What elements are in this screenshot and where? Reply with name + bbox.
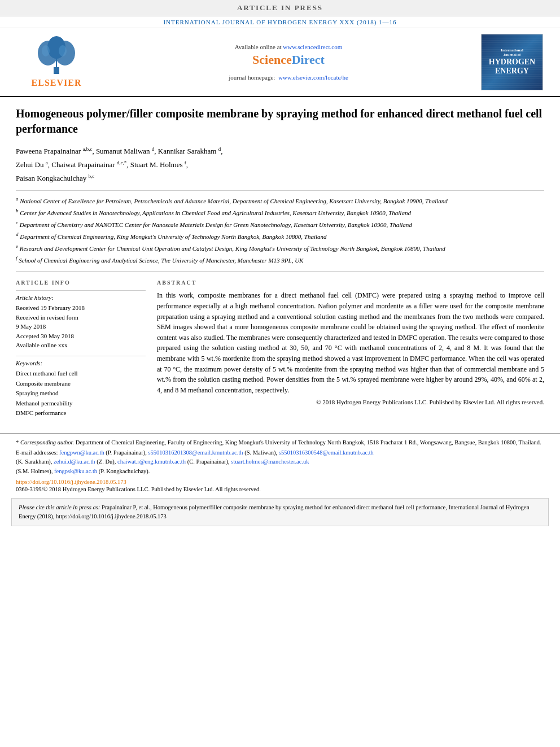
keywords-title: Keywords: bbox=[16, 360, 146, 366]
keyword-1: Direct methanol fuel cell bbox=[16, 369, 146, 379]
aff-f-sup: f bbox=[16, 255, 18, 261]
elsevier-wordmark: ELSEVIER bbox=[32, 78, 82, 88]
author-3-sup: d bbox=[218, 146, 221, 152]
svg-rect-0 bbox=[54, 67, 59, 74]
header-center: Available online at www.sciencedirect.co… bbox=[102, 34, 475, 90]
sciencedirect-url[interactable]: www.sciencedirect.com bbox=[283, 43, 342, 50]
aff-b-sup: b bbox=[16, 208, 19, 213]
affiliation-a: a National Center of Excellence for Petr… bbox=[16, 195, 544, 206]
aff-d-sup: d bbox=[16, 231, 19, 237]
email-3[interactable]: s55010316300548@email.kmutnb.ac.th bbox=[279, 449, 374, 456]
author-4-sup: a bbox=[46, 160, 48, 165]
elsevier-logo: ELSEVIER bbox=[31, 36, 82, 88]
keyword-2: Composite membrane bbox=[16, 379, 146, 389]
doi-link[interactable]: https://doi.org/10.1016/j.ijhydene.2018.… bbox=[16, 479, 126, 485]
email-1[interactable]: fengpwn@ku.ac.th bbox=[59, 449, 104, 456]
article-info-column: ARTICLE INFO Article history: Received 1… bbox=[16, 279, 146, 418]
aff-a-sup: a bbox=[16, 196, 19, 202]
cover-title: International Journal of HYDROGEN ENERGY bbox=[489, 48, 535, 76]
article-history-title: Article history: bbox=[16, 294, 146, 301]
abstract-heading: ABSTRACT bbox=[157, 279, 544, 286]
cover-hydrogen: HYDROGEN bbox=[489, 58, 535, 67]
author-3: Kannikar Sarakham d bbox=[158, 147, 221, 155]
author-6: Stuart M. Holmes f bbox=[130, 160, 186, 169]
available-online-text: Available online at www.sciencedirect.co… bbox=[235, 43, 343, 50]
journal-homepage-url[interactable]: www.elsevier.com/locate/he bbox=[278, 74, 348, 81]
author-7-sup: b,c bbox=[89, 173, 95, 178]
sciencedirect-logo: ScienceDirect bbox=[252, 53, 325, 67]
main-content: Homogeneous polymer/filler composite mem… bbox=[0, 97, 560, 427]
cite-box-text: Please cite this article in press as: Pr… bbox=[19, 503, 541, 521]
accepted-date: Accepted 30 May 2018 bbox=[16, 331, 146, 341]
svg-point-6 bbox=[59, 45, 67, 56]
article-in-press-banner: ARTICLE IN PRESS bbox=[0, 0, 560, 16]
journal-cover-image: International Journal of HYDROGEN ENERGY bbox=[481, 34, 543, 90]
elsevier-tree-icon bbox=[31, 36, 82, 76]
cover-energy: ENERGY bbox=[489, 67, 535, 76]
keywords-block: Keywords: Direct methanol fuel cell Comp… bbox=[16, 356, 146, 418]
keyword-5: DMFC performance bbox=[16, 408, 146, 418]
two-col-section: ARTICLE INFO Article history: Received 1… bbox=[16, 279, 544, 418]
cover-of: Journal of bbox=[489, 53, 535, 57]
cite-box: Please cite this article in press as: Pr… bbox=[11, 498, 549, 526]
email-line: E-mail addresses: fengpwn@ku.ac.th (P. P… bbox=[16, 448, 544, 477]
article-history-block: Article history: Received 19 February 20… bbox=[16, 290, 146, 350]
article-info-heading: ARTICLE INFO bbox=[16, 279, 146, 286]
author-5: Chaiwat Prapainainar d,e,* bbox=[51, 160, 126, 169]
author-7: Paisan Kongkachuichay b,c bbox=[16, 174, 94, 182]
keyword-3: Spraying method bbox=[16, 388, 146, 399]
email-label: E-mail addresses: bbox=[16, 449, 59, 456]
email-2[interactable]: s55010316201308@email.kmutnb.ac.th bbox=[148, 449, 243, 456]
author-2: Sumanut Maliwan d bbox=[96, 147, 154, 155]
email-4[interactable]: zehui.d@ku.ac.th bbox=[54, 458, 95, 465]
journal-title-bar: INTERNATIONAL JOURNAL OF HYDROGEN ENERGY… bbox=[0, 16, 560, 28]
issn-line: 0360-3199/© 2018 Hydrogen Energy Publica… bbox=[16, 486, 544, 492]
cover-international: International bbox=[489, 48, 535, 53]
svg-point-5 bbox=[42, 45, 50, 56]
header-right: International Journal of HYDROGEN ENERGY bbox=[475, 34, 549, 90]
author-1: Paweena Prapainainar a,b,c bbox=[16, 147, 92, 155]
copyright-line: © 2018 Hydrogen Energy Publications LLC.… bbox=[157, 399, 544, 405]
authors-line: Paweena Prapainainar a,b,c, Sumanut Mali… bbox=[16, 145, 544, 185]
author-5-sup: d,e,* bbox=[117, 160, 127, 165]
corresponding-address: Department of Chemical Engineering, Facu… bbox=[76, 439, 541, 445]
received-revised-label: Received in revised form bbox=[16, 313, 146, 322]
affiliation-c: c Department of Chemistry and NANOTEC Ce… bbox=[16, 219, 544, 229]
email-5[interactable]: chaiwat.r@eng.kmutnb.ac.th bbox=[117, 458, 186, 465]
keyword-4: Methanol permeability bbox=[16, 399, 146, 409]
journal-homepage-label: journal homepage: bbox=[229, 74, 275, 81]
header-section: ELSEVIER Available online at www.science… bbox=[0, 28, 560, 97]
email-6[interactable]: stuart.holmes@manchester.ac.uk bbox=[231, 458, 309, 465]
author-2-sup: d bbox=[152, 146, 155, 152]
affiliations-block: a National Center of Excellence for Petr… bbox=[16, 190, 544, 272]
abstract-text: In this work, composite membranes for a … bbox=[157, 290, 544, 395]
aff-e-sup: e bbox=[16, 243, 18, 249]
received-revised-date: 9 May 2018 bbox=[16, 322, 146, 331]
footnote-section: * Corresponding author. Department of Ch… bbox=[0, 433, 560, 492]
sd-science-text: Science bbox=[252, 53, 292, 67]
received-1: Received 19 February 2018 bbox=[16, 303, 146, 313]
article-title: Homogeneous polymer/filler composite mem… bbox=[16, 106, 544, 137]
affiliation-b: b Center for Advanced Studies in Nanotec… bbox=[16, 207, 544, 217]
available-online: Available online xxx bbox=[16, 340, 146, 350]
affiliation-f: f School of Chemical Engineering and Ana… bbox=[16, 255, 544, 265]
sd-direct-text: Direct bbox=[292, 53, 325, 67]
author-1-sup: a,b,c bbox=[82, 146, 92, 152]
corresponding-author-line: * Corresponding author. Department of Ch… bbox=[16, 438, 544, 447]
doi-line: https://doi.org/10.1016/j.ijhydene.2018.… bbox=[16, 479, 544, 485]
header-left: ELSEVIER bbox=[11, 34, 102, 90]
affiliation-d: d Department of Chemical Engineering, Ki… bbox=[16, 231, 544, 241]
affiliation-e: e Research and Development Center for Ch… bbox=[16, 243, 544, 253]
corresponding-star: * Corresponding author. bbox=[16, 439, 74, 445]
author-4: Zehui Du a bbox=[16, 160, 48, 169]
journal-homepage-line: journal homepage: www.elsevier.com/locat… bbox=[229, 74, 348, 81]
email-7[interactable]: fengpsk@ku.ac.th bbox=[54, 468, 97, 474]
author-6-sup: f bbox=[185, 160, 186, 165]
abstract-column: ABSTRACT In this work, composite membran… bbox=[157, 279, 544, 418]
cite-label: Please cite this article in press as: bbox=[19, 504, 100, 510]
aff-c-sup: c bbox=[16, 220, 18, 225]
